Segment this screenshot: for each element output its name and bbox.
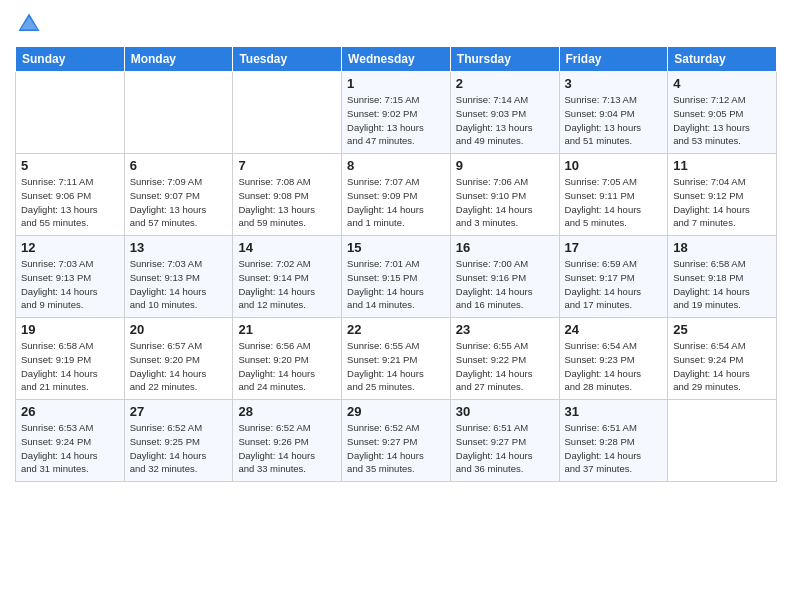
calendar-cell: 7Sunrise: 7:08 AM Sunset: 9:08 PM Daylig… bbox=[233, 154, 342, 236]
day-info: Sunrise: 7:05 AM Sunset: 9:11 PM Dayligh… bbox=[565, 175, 663, 230]
day-info: Sunrise: 6:59 AM Sunset: 9:17 PM Dayligh… bbox=[565, 257, 663, 312]
calendar-cell: 22Sunrise: 6:55 AM Sunset: 9:21 PM Dayli… bbox=[342, 318, 451, 400]
weekday-header-monday: Monday bbox=[124, 47, 233, 72]
weekday-header-tuesday: Tuesday bbox=[233, 47, 342, 72]
day-number: 21 bbox=[238, 322, 336, 337]
day-number: 7 bbox=[238, 158, 336, 173]
day-info: Sunrise: 6:51 AM Sunset: 9:28 PM Dayligh… bbox=[565, 421, 663, 476]
calendar-cell: 29Sunrise: 6:52 AM Sunset: 9:27 PM Dayli… bbox=[342, 400, 451, 482]
calendar-cell: 31Sunrise: 6:51 AM Sunset: 9:28 PM Dayli… bbox=[559, 400, 668, 482]
day-info: Sunrise: 7:07 AM Sunset: 9:09 PM Dayligh… bbox=[347, 175, 445, 230]
logo-icon bbox=[15, 10, 43, 38]
day-info: Sunrise: 7:15 AM Sunset: 9:02 PM Dayligh… bbox=[347, 93, 445, 148]
logo bbox=[15, 10, 47, 38]
day-info: Sunrise: 6:58 AM Sunset: 9:18 PM Dayligh… bbox=[673, 257, 771, 312]
day-number: 27 bbox=[130, 404, 228, 419]
day-info: Sunrise: 7:13 AM Sunset: 9:04 PM Dayligh… bbox=[565, 93, 663, 148]
calendar-cell: 24Sunrise: 6:54 AM Sunset: 9:23 PM Dayli… bbox=[559, 318, 668, 400]
day-info: Sunrise: 7:04 AM Sunset: 9:12 PM Dayligh… bbox=[673, 175, 771, 230]
calendar-cell: 26Sunrise: 6:53 AM Sunset: 9:24 PM Dayli… bbox=[16, 400, 125, 482]
calendar-cell: 18Sunrise: 6:58 AM Sunset: 9:18 PM Dayli… bbox=[668, 236, 777, 318]
day-number: 1 bbox=[347, 76, 445, 91]
day-number: 29 bbox=[347, 404, 445, 419]
day-info: Sunrise: 6:52 AM Sunset: 9:26 PM Dayligh… bbox=[238, 421, 336, 476]
calendar-cell: 30Sunrise: 6:51 AM Sunset: 9:27 PM Dayli… bbox=[450, 400, 559, 482]
calendar-cell: 10Sunrise: 7:05 AM Sunset: 9:11 PM Dayli… bbox=[559, 154, 668, 236]
weekday-header-wednesday: Wednesday bbox=[342, 47, 451, 72]
calendar-cell bbox=[668, 400, 777, 482]
day-number: 8 bbox=[347, 158, 445, 173]
day-number: 12 bbox=[21, 240, 119, 255]
calendar-cell bbox=[16, 72, 125, 154]
weekday-header-friday: Friday bbox=[559, 47, 668, 72]
calendar-cell: 25Sunrise: 6:54 AM Sunset: 9:24 PM Dayli… bbox=[668, 318, 777, 400]
weekday-header-row: SundayMondayTuesdayWednesdayThursdayFrid… bbox=[16, 47, 777, 72]
day-info: Sunrise: 6:56 AM Sunset: 9:20 PM Dayligh… bbox=[238, 339, 336, 394]
weekday-header-thursday: Thursday bbox=[450, 47, 559, 72]
calendar-cell: 17Sunrise: 6:59 AM Sunset: 9:17 PM Dayli… bbox=[559, 236, 668, 318]
day-number: 19 bbox=[21, 322, 119, 337]
day-number: 13 bbox=[130, 240, 228, 255]
day-info: Sunrise: 7:06 AM Sunset: 9:10 PM Dayligh… bbox=[456, 175, 554, 230]
day-number: 11 bbox=[673, 158, 771, 173]
day-info: Sunrise: 7:14 AM Sunset: 9:03 PM Dayligh… bbox=[456, 93, 554, 148]
calendar-page: SundayMondayTuesdayWednesdayThursdayFrid… bbox=[0, 0, 792, 612]
calendar-cell: 9Sunrise: 7:06 AM Sunset: 9:10 PM Daylig… bbox=[450, 154, 559, 236]
calendar-cell: 21Sunrise: 6:56 AM Sunset: 9:20 PM Dayli… bbox=[233, 318, 342, 400]
calendar-cell: 3Sunrise: 7:13 AM Sunset: 9:04 PM Daylig… bbox=[559, 72, 668, 154]
calendar-cell: 14Sunrise: 7:02 AM Sunset: 9:14 PM Dayli… bbox=[233, 236, 342, 318]
day-info: Sunrise: 7:11 AM Sunset: 9:06 PM Dayligh… bbox=[21, 175, 119, 230]
calendar-cell: 4Sunrise: 7:12 AM Sunset: 9:05 PM Daylig… bbox=[668, 72, 777, 154]
calendar-week-row: 19Sunrise: 6:58 AM Sunset: 9:19 PM Dayli… bbox=[16, 318, 777, 400]
calendar-cell: 1Sunrise: 7:15 AM Sunset: 9:02 PM Daylig… bbox=[342, 72, 451, 154]
day-number: 26 bbox=[21, 404, 119, 419]
day-info: Sunrise: 6:52 AM Sunset: 9:25 PM Dayligh… bbox=[130, 421, 228, 476]
calendar-cell: 23Sunrise: 6:55 AM Sunset: 9:22 PM Dayli… bbox=[450, 318, 559, 400]
weekday-header-saturday: Saturday bbox=[668, 47, 777, 72]
day-info: Sunrise: 7:12 AM Sunset: 9:05 PM Dayligh… bbox=[673, 93, 771, 148]
day-info: Sunrise: 6:53 AM Sunset: 9:24 PM Dayligh… bbox=[21, 421, 119, 476]
calendar-cell: 6Sunrise: 7:09 AM Sunset: 9:07 PM Daylig… bbox=[124, 154, 233, 236]
day-info: Sunrise: 7:03 AM Sunset: 9:13 PM Dayligh… bbox=[130, 257, 228, 312]
calendar-cell: 15Sunrise: 7:01 AM Sunset: 9:15 PM Dayli… bbox=[342, 236, 451, 318]
day-info: Sunrise: 6:55 AM Sunset: 9:21 PM Dayligh… bbox=[347, 339, 445, 394]
day-number: 2 bbox=[456, 76, 554, 91]
day-number: 25 bbox=[673, 322, 771, 337]
calendar-cell: 19Sunrise: 6:58 AM Sunset: 9:19 PM Dayli… bbox=[16, 318, 125, 400]
weekday-header-sunday: Sunday bbox=[16, 47, 125, 72]
day-info: Sunrise: 7:02 AM Sunset: 9:14 PM Dayligh… bbox=[238, 257, 336, 312]
day-info: Sunrise: 7:03 AM Sunset: 9:13 PM Dayligh… bbox=[21, 257, 119, 312]
calendar-week-row: 12Sunrise: 7:03 AM Sunset: 9:13 PM Dayli… bbox=[16, 236, 777, 318]
calendar-table: SundayMondayTuesdayWednesdayThursdayFrid… bbox=[15, 46, 777, 482]
calendar-week-row: 26Sunrise: 6:53 AM Sunset: 9:24 PM Dayli… bbox=[16, 400, 777, 482]
day-number: 16 bbox=[456, 240, 554, 255]
day-number: 15 bbox=[347, 240, 445, 255]
day-number: 14 bbox=[238, 240, 336, 255]
day-number: 17 bbox=[565, 240, 663, 255]
day-info: Sunrise: 6:58 AM Sunset: 9:19 PM Dayligh… bbox=[21, 339, 119, 394]
calendar-cell: 16Sunrise: 7:00 AM Sunset: 9:16 PM Dayli… bbox=[450, 236, 559, 318]
calendar-cell bbox=[233, 72, 342, 154]
calendar-cell: 2Sunrise: 7:14 AM Sunset: 9:03 PM Daylig… bbox=[450, 72, 559, 154]
day-number: 30 bbox=[456, 404, 554, 419]
day-number: 3 bbox=[565, 76, 663, 91]
calendar-cell: 5Sunrise: 7:11 AM Sunset: 9:06 PM Daylig… bbox=[16, 154, 125, 236]
calendar-cell: 8Sunrise: 7:07 AM Sunset: 9:09 PM Daylig… bbox=[342, 154, 451, 236]
day-info: Sunrise: 6:54 AM Sunset: 9:23 PM Dayligh… bbox=[565, 339, 663, 394]
day-number: 20 bbox=[130, 322, 228, 337]
day-info: Sunrise: 7:09 AM Sunset: 9:07 PM Dayligh… bbox=[130, 175, 228, 230]
day-info: Sunrise: 7:01 AM Sunset: 9:15 PM Dayligh… bbox=[347, 257, 445, 312]
calendar-cell: 12Sunrise: 7:03 AM Sunset: 9:13 PM Dayli… bbox=[16, 236, 125, 318]
day-info: Sunrise: 7:08 AM Sunset: 9:08 PM Dayligh… bbox=[238, 175, 336, 230]
day-number: 4 bbox=[673, 76, 771, 91]
calendar-week-row: 5Sunrise: 7:11 AM Sunset: 9:06 PM Daylig… bbox=[16, 154, 777, 236]
day-number: 22 bbox=[347, 322, 445, 337]
calendar-cell: 20Sunrise: 6:57 AM Sunset: 9:20 PM Dayli… bbox=[124, 318, 233, 400]
day-number: 6 bbox=[130, 158, 228, 173]
day-number: 23 bbox=[456, 322, 554, 337]
day-info: Sunrise: 7:00 AM Sunset: 9:16 PM Dayligh… bbox=[456, 257, 554, 312]
day-number: 28 bbox=[238, 404, 336, 419]
day-info: Sunrise: 6:57 AM Sunset: 9:20 PM Dayligh… bbox=[130, 339, 228, 394]
day-number: 24 bbox=[565, 322, 663, 337]
day-number: 18 bbox=[673, 240, 771, 255]
